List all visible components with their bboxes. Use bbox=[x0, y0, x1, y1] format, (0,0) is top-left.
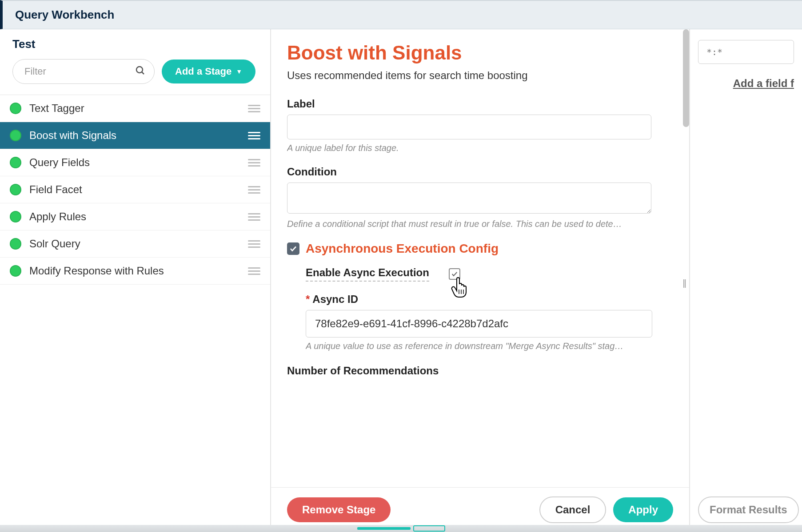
enable-async-label: Enable Async Execution bbox=[306, 266, 429, 282]
right-panel: *:* Add a field f Format Results bbox=[689, 29, 802, 532]
stage-label: Apply Rules bbox=[29, 210, 240, 223]
status-dot bbox=[10, 238, 21, 250]
sidebar-header: Test Add a Stage ▼ bbox=[0, 29, 270, 95]
async-id-field-group: *Async ID A unique value to use as refer… bbox=[306, 293, 673, 351]
stage-label: Field Facet bbox=[29, 183, 240, 196]
stage-label: Solr Query bbox=[29, 238, 240, 250]
async-id-label: *Async ID bbox=[306, 293, 673, 306]
enable-async-row: Enable Async Execution bbox=[306, 266, 673, 282]
required-star: * bbox=[306, 293, 310, 305]
status-dot bbox=[10, 103, 21, 114]
format-results-button[interactable]: Format Results bbox=[698, 496, 799, 523]
drag-handle-icon[interactable] bbox=[248, 159, 260, 167]
svg-line-1 bbox=[142, 72, 144, 74]
status-dot bbox=[10, 157, 21, 168]
stage-label: Query Fields bbox=[29, 156, 240, 169]
label-input[interactable] bbox=[287, 115, 651, 139]
enable-async-checkbox[interactable] bbox=[449, 268, 460, 280]
sidebar-item-query-fields[interactable]: Query Fields bbox=[0, 149, 270, 176]
apply-button[interactable]: Apply bbox=[613, 497, 673, 522]
label-field-group: Label A unique label for this stage. bbox=[287, 98, 673, 153]
remove-stage-button[interactable]: Remove Stage bbox=[287, 497, 391, 522]
status-dot bbox=[10, 184, 21, 195]
page-title-bar: Query Workbench bbox=[0, 0, 802, 29]
status-dot bbox=[10, 130, 21, 141]
right-footer: Format Results bbox=[698, 496, 802, 523]
async-section-body: Enable Async Execution bbox=[287, 266, 673, 351]
section-checkbox-icon[interactable] bbox=[287, 242, 299, 255]
num-rec-label: Number of Recommendations bbox=[287, 365, 673, 377]
drag-handle-icon[interactable] bbox=[248, 186, 260, 194]
status-dot bbox=[10, 265, 21, 277]
detail-title: Boost with Signals bbox=[287, 42, 673, 64]
stage-label: Modify Response with Rules bbox=[29, 265, 240, 277]
sidebar-item-apply-rules[interactable]: Apply Rules bbox=[0, 203, 270, 230]
condition-input[interactable] bbox=[287, 183, 651, 214]
sidebar-item-field-facet[interactable]: Field Facet bbox=[0, 176, 270, 203]
drag-handle-icon[interactable] bbox=[248, 132, 260, 139]
label-field-label: Label bbox=[287, 98, 673, 110]
stage-label: Boost with Signals bbox=[29, 129, 240, 142]
cancel-button[interactable]: Cancel bbox=[539, 496, 606, 523]
page-title: Query Workbench bbox=[15, 8, 114, 21]
async-section-title: Asynchronous Execution Config bbox=[306, 242, 499, 256]
filter-input[interactable] bbox=[12, 59, 155, 84]
async-id-hint: A unique value to use as reference in do… bbox=[306, 341, 670, 351]
sidebar-item-modify-response[interactable]: Modify Response with Rules bbox=[0, 258, 270, 285]
sidebar-item-solr-query[interactable]: Solr Query bbox=[0, 230, 270, 258]
detail-panel: Boost with Signals Uses recommended item… bbox=[271, 29, 689, 532]
drag-handle-icon[interactable] bbox=[248, 105, 260, 112]
add-field-link[interactable]: Add a field f bbox=[698, 77, 794, 90]
sidebar-title: Test bbox=[12, 37, 258, 51]
num-rec-field-group: Number of Recommendations bbox=[287, 365, 673, 377]
condition-hint: Define a conditional script that must re… bbox=[287, 219, 651, 229]
sidebar: Test Add a Stage ▼ bbox=[0, 29, 271, 532]
sidebar-item-text-tagger[interactable]: Text Tagger bbox=[0, 95, 270, 122]
detail-scroll[interactable]: Boost with Signals Uses recommended item… bbox=[271, 29, 689, 487]
async-id-input[interactable] bbox=[306, 310, 652, 337]
progress-segment-box bbox=[413, 525, 445, 532]
stage-list: Text Tagger Boost with Signals Query Fie… bbox=[0, 95, 270, 532]
search-icon[interactable] bbox=[135, 65, 146, 78]
label-hint: A unique label for this stage. bbox=[287, 143, 651, 153]
main-body: Test Add a Stage ▼ bbox=[0, 29, 802, 532]
resize-handle-icon[interactable]: || bbox=[683, 278, 686, 288]
scrollbar-thumb[interactable] bbox=[683, 29, 689, 127]
add-stage-button[interactable]: Add a Stage ▼ bbox=[162, 60, 255, 83]
async-section-header[interactable]: Asynchronous Execution Config bbox=[287, 242, 673, 256]
drag-handle-icon[interactable] bbox=[248, 240, 260, 248]
detail-subtitle: Uses recommended items for search time b… bbox=[287, 69, 673, 82]
progress-segment bbox=[357, 527, 411, 530]
status-dot bbox=[10, 211, 21, 222]
condition-field-label: Condition bbox=[287, 166, 673, 178]
filter-input-wrap bbox=[12, 59, 155, 84]
sidebar-item-boost-with-signals[interactable]: Boost with Signals bbox=[0, 122, 270, 149]
app-root: Query Workbench Test Add a Stage ▼ bbox=[0, 0, 802, 532]
drag-handle-icon[interactable] bbox=[248, 267, 260, 275]
chevron-down-icon: ▼ bbox=[236, 68, 242, 75]
filter-row: Add a Stage ▼ bbox=[12, 59, 258, 84]
add-stage-label: Add a Stage bbox=[175, 66, 231, 77]
query-input[interactable]: *:* bbox=[698, 40, 794, 64]
drag-handle-icon[interactable] bbox=[248, 213, 260, 221]
bottom-strip bbox=[0, 525, 802, 532]
condition-field-group: Condition Define a conditional script th… bbox=[287, 166, 673, 229]
svg-point-0 bbox=[136, 67, 143, 73]
stage-label: Text Tagger bbox=[29, 102, 240, 115]
